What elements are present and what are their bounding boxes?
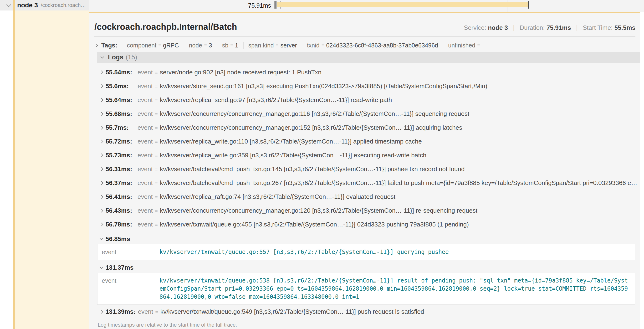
log-field-equals: = (155, 208, 158, 214)
span-detail-header: /cockroach.roachpb.Internal/Batch Servic… (89, 13, 640, 32)
chevron-right-icon[interactable] (100, 140, 104, 143)
log-field-key: event (102, 248, 160, 256)
log-timestamp: 56.41ms: (106, 193, 135, 200)
log-field-key: event (138, 152, 153, 159)
chevron-right-icon[interactable] (100, 195, 104, 198)
log-entry-row[interactable]: 55.7ms: event = kv/kvserver/concurrency/… (97, 121, 640, 134)
log-event-text: event = kv/kvserver/replica_write.go:359… (138, 152, 426, 159)
header-divider (94, 36, 636, 37)
chevron-right-icon[interactable] (100, 98, 104, 102)
tag-key: component (127, 42, 156, 49)
chevron-right-icon[interactable] (100, 70, 104, 74)
log-entry-row[interactable]: 56.43ms: event = kv/kvserver/concurrency… (97, 204, 640, 218)
log-field-value: kv/kvserver/replica_send.go:97 [n3,s3,r6… (160, 96, 392, 104)
tag-value: 024d3323-6c8f-4863-aa8b-37ab0e63496d (326, 42, 438, 49)
log-entry-row[interactable]: 56.41ms: event = kv/kvserver/replica_raf… (97, 190, 640, 204)
log-field-equals: = (155, 153, 158, 158)
logs-count: (15) (126, 54, 137, 61)
log-field-key: event (138, 308, 153, 316)
log-event-text: event = server/node.go:902 [n3] node rec… (138, 69, 322, 76)
log-field-value: kv/kvserver/concurrency/concurrency_mana… (160, 110, 469, 118)
chevron-right-icon[interactable] (100, 84, 104, 88)
duration-label: Duration: (520, 24, 545, 31)
tag-value: server (280, 42, 297, 49)
tag-equals: = (230, 43, 233, 48)
log-event-text: event = kv/kvserver/concurrency/concurre… (138, 110, 469, 118)
log-field-value: kv/kvserver/replica_write.go:359 [n3,s3,… (160, 152, 426, 159)
chevron-right-icon[interactable] (100, 222, 104, 226)
log-field-key: event (138, 110, 153, 118)
log-field-value: kv/kvserver/txnwait/queue.go:549 [n3,s3,… (160, 308, 424, 316)
log-timestamp: 55.73ms: (106, 152, 135, 159)
tag-equals: = (276, 43, 278, 48)
chevron-right-icon[interactable] (100, 167, 104, 171)
stat-divider: | (576, 24, 578, 31)
tag-list: component = gRPC node = 3 sb = 1 span.ki… (122, 42, 487, 49)
log-timestamp: 56.43ms: (106, 207, 135, 214)
log-field-key: event (138, 138, 153, 145)
duration-value: 75.91ms (546, 24, 571, 31)
log-entry-header[interactable]: 131.37ms (97, 262, 640, 273)
chevron-right-icon[interactable] (100, 112, 104, 116)
log-field-equals: = (155, 167, 158, 172)
span-detail-panel: /cockroach.roachpb.Internal/Batch Servic… (89, 12, 640, 329)
tag-key: node (189, 42, 202, 49)
chevron-down-icon[interactable] (100, 55, 104, 59)
log-entry-row[interactable]: 55.68ms: event = kv/kvserver/concurrency… (97, 107, 640, 121)
log-entry-expanded: 56.85ms event kv/kvserver/txnwait/queue.… (97, 231, 640, 260)
logs-footer-note: Log timestamps are relative to the start… (97, 318, 640, 329)
log-entry-row[interactable]: 55.54ms: event = server/node.go:902 [n3]… (97, 65, 640, 79)
log-entry-row[interactable]: 55.73ms: event = kv/kvserver/replica_wri… (97, 148, 640, 162)
tag-item: unfinished = (443, 42, 487, 49)
span-row-operation: /cockroach.roach… (41, 2, 86, 8)
log-field-key: event (138, 82, 153, 90)
log-field-equals: = (155, 180, 158, 186)
log-field-key: event (138, 96, 153, 104)
log-entry-row[interactable]: 131.39ms: event = kv/kvserver/txnwait/qu… (97, 305, 640, 318)
tag-equals: = (322, 43, 324, 48)
service-value: node 3 (488, 24, 508, 31)
span-row-timeline[interactable]: 75.91ms (89, 0, 644, 12)
log-field-key: event (138, 179, 153, 187)
tag-key: span.kind (248, 42, 274, 49)
log-field-value: kv/kvserver/batcheval/cmd_push_txn.go:26… (160, 179, 640, 187)
log-entry-row[interactable]: 56.37ms: event = kv/kvserver/batcheval/c… (97, 176, 640, 190)
log-field-equals: = (155, 309, 158, 315)
chevron-right-icon[interactable] (100, 153, 104, 157)
chevron-right-icon[interactable] (100, 126, 104, 130)
log-timestamp: 56.31ms: (106, 166, 135, 173)
log-entry-row[interactable]: 55.64ms: event = kv/kvserver/replica_sen… (97, 93, 640, 107)
log-field-key: event (102, 276, 160, 301)
log-field-value: kv/kvserver/store_send.go:161 [n3,s3] ex… (160, 82, 488, 90)
log-entry-header[interactable]: 56.85ms (97, 234, 640, 244)
logs-title: Logs (108, 54, 124, 61)
chevron-right-icon[interactable] (100, 208, 104, 212)
log-entry-expanded: 131.37ms event kv/kvserver/txnwait/queue… (97, 260, 640, 305)
log-entry-row[interactable]: 56.31ms: event = kv/kvserver/batcheval/c… (97, 162, 640, 176)
log-field-equals: = (155, 125, 158, 131)
chevron-right-icon[interactable] (100, 181, 104, 185)
chevron-right-icon[interactable] (100, 310, 104, 314)
log-timestamp: 56.85ms (106, 235, 130, 243)
span-duration-bar[interactable] (277, 2, 528, 7)
chevron-right-icon[interactable] (94, 44, 98, 47)
log-fields-table: event kv/kvserver/txnwait/queue.go:557 [… (97, 244, 635, 260)
chevron-down-icon[interactable] (100, 265, 104, 269)
log-timestamp: 55.54ms: (106, 69, 135, 76)
tag-item: sb = 1 (217, 42, 243, 49)
log-field-equals: = (155, 139, 158, 145)
tags-row[interactable]: Tags: component = gRPC node = 3 sb = 1 s… (95, 40, 636, 50)
tag-equals: = (158, 43, 161, 48)
log-field-equals: = (155, 222, 158, 228)
chevron-down-icon[interactable] (100, 236, 104, 240)
selected-row-highlight-column (15, 10, 89, 329)
chevron-down-icon[interactable] (6, 2, 11, 7)
log-entry-row[interactable]: 55.72ms: event = kv/kvserver/replica_wri… (97, 134, 640, 148)
log-field-key: event (138, 221, 153, 228)
log-entry-row[interactable]: 55.6ms: event = kv/kvserver/store_send.g… (97, 79, 640, 93)
log-field-value: kv/kvserver/concurrency/concurrency_mana… (160, 124, 462, 131)
log-entry-row[interactable]: 56.78ms: event = kv/kvserver/txnwait/que… (97, 218, 640, 231)
tag-value: gRPC (163, 42, 179, 49)
logs-section-header[interactable]: Logs (15) (97, 52, 640, 63)
log-event-text: event = kv/kvserver/replica_write.go:110… (138, 138, 422, 145)
